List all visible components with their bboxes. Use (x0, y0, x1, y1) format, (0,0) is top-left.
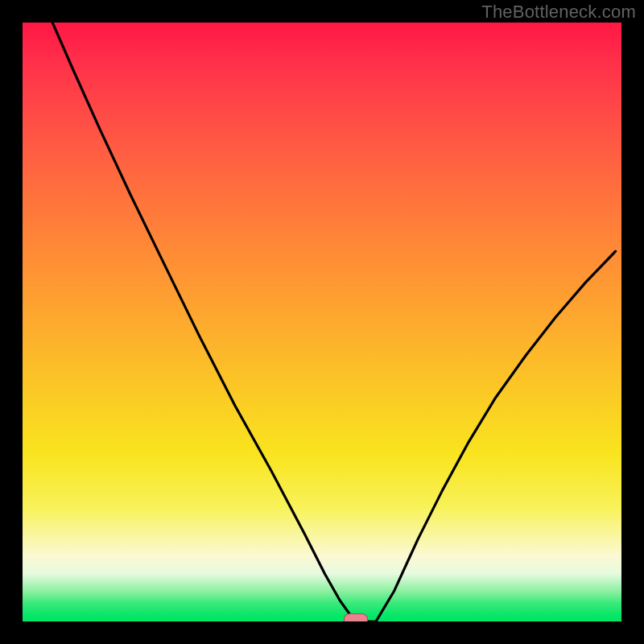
attribution-label: TheBottleneck.com (481, 2, 636, 23)
chart-frame: TheBottleneck.com (0, 0, 644, 644)
selection-marker (344, 613, 368, 621)
bottleneck-curve (52, 23, 615, 621)
plot-area (23, 23, 621, 621)
curve-layer (23, 23, 621, 621)
